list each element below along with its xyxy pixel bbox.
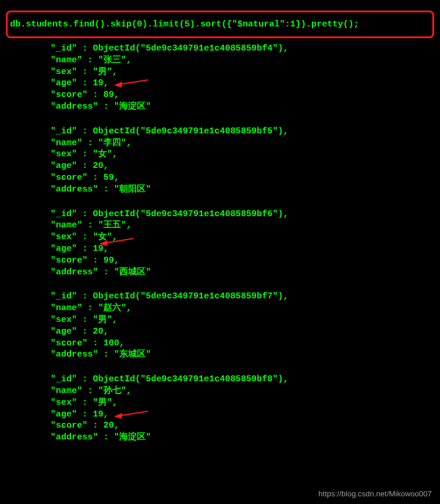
field-age: "age" : 19, [8, 78, 440, 89]
field-score: "score" : 89, [8, 89, 440, 101]
svg-line-0 [119, 80, 148, 85]
field-name: "name" : "赵六", [8, 303, 440, 314]
result-document: "_id" : ObjectId("5de9c349791e1c4085859b… [8, 374, 440, 454]
field-id: "_id" : ObjectId("5de9c349791e1c4085859b… [8, 374, 440, 385]
terminal-output: "_id" : ObjectId("5de9c349791e1c4085859b… [0, 43, 440, 454]
svg-line-4 [119, 411, 148, 416]
command-text: db.students.find().skip(0).limit(5).sort… [10, 19, 359, 29]
field-sex: "sex" : "女", [8, 149, 440, 160]
field-score: "score" : 20, [8, 420, 440, 432]
field-age: "age" : 19, [8, 409, 440, 421]
field-address: "address" : "东城区" [8, 349, 440, 361]
field-sex: "sex" : "女", [8, 231, 440, 243]
svg-line-2 [104, 238, 133, 243]
field-id: "_id" : ObjectId("5de9c349791e1c4085859b… [8, 291, 440, 303]
result-document: "_id" : ObjectId("5de9c349791e1c4085859b… [8, 291, 440, 371]
field-sex: "sex" : "男", [8, 66, 440, 78]
record-gap [8, 443, 440, 454]
field-name: "name" : "王五", [8, 220, 440, 231]
record-gap [8, 113, 440, 123]
svg-marker-5 [114, 413, 122, 419]
field-address: "address" : "西城区" [8, 267, 440, 278]
field-name: "name" : "张三", [8, 55, 440, 66]
field-age: "age" : 20, [8, 160, 440, 172]
svg-marker-1 [114, 82, 122, 88]
field-address: "address" : "海淀区" [8, 432, 440, 443]
field-score: "score" : 59, [8, 172, 440, 184]
annotation-arrow-icon [114, 78, 149, 88]
field-id: "_id" : ObjectId("5de9c349791e1c4085859b… [8, 209, 440, 220]
field-sex: "sex" : "男", [8, 397, 440, 409]
record-gap [8, 196, 440, 206]
annotation-arrow-icon [114, 409, 149, 419]
field-address: "address" : "朝阳区" [8, 184, 440, 196]
result-document: "_id" : ObjectId("5de9c349791e1c4085859b… [8, 43, 440, 123]
command-highlight-box: db.students.find().skip(0).limit(5).sort… [6, 11, 434, 38]
field-score: "score" : 100, [8, 338, 440, 350]
field-id: "_id" : ObjectId("5de9c349791e1c4085859b… [8, 43, 440, 55]
field-id: "_id" : ObjectId("5de9c349791e1c4085859b… [8, 126, 440, 137]
field-score: "score" : 99, [8, 255, 440, 267]
result-document: "_id" : ObjectId("5de9c349791e1c4085859b… [8, 126, 440, 206]
field-address: "address" : "海淀区" [8, 101, 440, 113]
watermark-text: https://blog.csdn.net/Mikowoo007 [318, 489, 432, 498]
field-age: "age" : 19, [8, 243, 440, 255]
field-name: "name" : "孙七", [8, 385, 440, 397]
record-gap [8, 278, 440, 288]
field-age: "age" : 20, [8, 326, 440, 338]
field-name: "name" : "李四", [8, 137, 440, 149]
result-document: "_id" : ObjectId("5de9c349791e1c4085859b… [8, 209, 440, 289]
field-sex: "sex" : "男", [8, 314, 440, 326]
record-gap [8, 361, 440, 371]
